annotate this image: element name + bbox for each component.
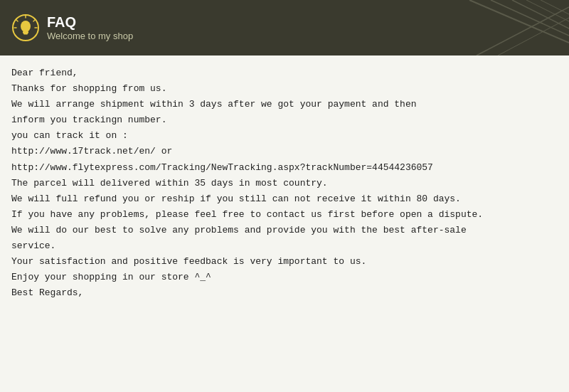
content-line: We will do our best to solve any problem… [11,223,558,238]
svg-line-15 [498,18,569,55]
content-line: Dear friend, [11,65,558,81]
svg-line-13 [541,0,569,14]
content-line: service. [11,238,558,254]
svg-point-1 [21,21,31,32]
content-line: We will arrange shipment within 3 days a… [11,97,558,112]
content-line: http://www.17track.net/en/ or [11,144,558,159]
content-line: We will full refund you or reship if you… [11,191,558,207]
content-area: Dear friend,Thanks for shopping from us.… [0,55,569,392]
svg-line-10 [491,0,569,36]
svg-line-6 [33,20,35,21]
content-line: If you have any problems, please feel fr… [11,207,558,223]
content-line: Best Regards, [11,285,558,301]
svg-rect-3 [23,33,28,35]
svg-line-11 [512,0,569,28]
content-line: http://www.flytexpress.com/Tracking/NewT… [11,160,558,176]
header-decoration [413,0,569,55]
svg-line-5 [16,20,18,21]
header-text: FAQ Welcome to my shop [47,14,133,42]
content-line: Your satisfaction and positive feedback … [11,254,558,270]
content-line: Enjoy your shopping in our store ^_^ [11,270,558,285]
header: FAQ Welcome to my shop [0,0,569,55]
header-subtitle: Welcome to my shop [47,31,133,42]
content-line: The parcel will delivered within 35 days… [11,176,558,191]
lightbulb-icon [11,14,40,42]
content-line: you can track it on : [11,128,558,144]
content-line: inform you trackingn number. [11,112,558,128]
header-title: FAQ [47,14,133,31]
content-line: Thanks for shopping from us. [11,81,558,97]
message-body: Dear friend,Thanks for shopping from us.… [11,65,558,301]
